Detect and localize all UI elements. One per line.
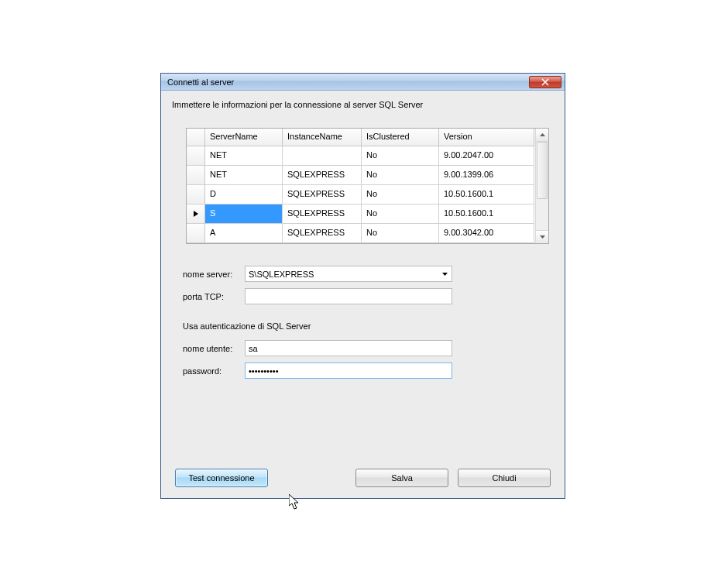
cell-version[interactable]: 10.50.1600.1 xyxy=(439,185,534,204)
scroll-track[interactable] xyxy=(536,142,548,230)
table-row[interactable]: NETSQLEXPRESSNo9.00.1399.06 xyxy=(187,166,535,185)
scroll-down-button[interactable] xyxy=(536,230,548,243)
chevron-down-icon xyxy=(540,235,545,239)
cell-isclustered[interactable]: No xyxy=(362,185,439,204)
tcp-port-input[interactable] xyxy=(245,288,452,304)
cell-version[interactable]: 9.00.3042.00 xyxy=(439,224,534,243)
col-header-instancename[interactable]: InstanceName xyxy=(283,129,362,146)
chevron-up-icon xyxy=(540,133,545,136)
connect-server-dialog: Connetti al server Immettere le informaz… xyxy=(160,73,565,499)
col-header-servername[interactable]: ServerName xyxy=(205,129,283,146)
row-selector[interactable] xyxy=(187,224,205,243)
combo-dropdown-button[interactable] xyxy=(438,266,452,281)
grid-header-row: ServerName InstanceName IsClustered Vers… xyxy=(187,129,535,146)
save-button[interactable]: Salva xyxy=(355,469,448,487)
chevron-down-icon xyxy=(442,273,448,276)
scroll-up-button[interactable] xyxy=(536,129,548,142)
close-icon xyxy=(541,78,549,86)
cell-servername[interactable]: D xyxy=(205,185,283,204)
current-row-indicator-icon xyxy=(194,211,198,217)
test-connection-button[interactable]: Test connessione xyxy=(175,469,268,487)
cell-servername[interactable]: S xyxy=(205,204,283,224)
cell-servername[interactable]: A xyxy=(205,224,283,243)
instruction-text: Immettere le informazioni per la conness… xyxy=(172,100,554,109)
table-row[interactable]: SSQLEXPRESSNo10.50.1600.1 xyxy=(187,204,535,224)
close-button[interactable] xyxy=(529,76,561,88)
cell-isclustered[interactable]: No xyxy=(362,204,439,224)
svg-marker-2 xyxy=(442,273,448,276)
dialog-body: Immettere le informazioni per la conness… xyxy=(161,91,565,498)
grid-vertical-scrollbar[interactable] xyxy=(535,129,548,243)
cell-isclustered[interactable]: No xyxy=(362,166,439,185)
titlebar[interactable]: Connetti al server xyxy=(161,74,565,91)
tcp-port-label: porta TCP: xyxy=(183,292,245,301)
server-name-combo[interactable]: S\SQLEXPRESS xyxy=(245,266,452,282)
col-header-isclustered[interactable]: IsClustered xyxy=(362,129,439,146)
row-selector[interactable] xyxy=(187,146,205,166)
table-row[interactable]: NETNo9.00.2047.00 xyxy=(187,146,535,166)
table-row[interactable]: DSQLEXPRESSNo10.50.1600.1 xyxy=(187,185,535,204)
scroll-thumb[interactable] xyxy=(537,142,548,199)
col-header-version[interactable]: Version xyxy=(439,129,534,146)
cell-instancename[interactable]: SQLEXPRESS xyxy=(283,166,362,185)
username-input[interactable] xyxy=(245,340,452,356)
cell-version[interactable]: 10.50.1600.1 xyxy=(439,204,534,224)
cell-version[interactable]: 9.00.2047.00 xyxy=(439,146,534,166)
cell-instancename[interactable]: SQLEXPRESS xyxy=(283,224,362,243)
password-label: password: xyxy=(183,366,245,376)
row-selector[interactable] xyxy=(187,166,205,185)
buttons-row: Test connessione Salva Chiudi xyxy=(172,469,554,487)
svg-marker-1 xyxy=(540,235,545,239)
cell-instancename[interactable]: SQLEXPRESS xyxy=(283,204,362,224)
row-selector[interactable] xyxy=(187,204,205,224)
table-row[interactable]: ASQLEXPRESSNo9.00.3042.00 xyxy=(187,224,535,243)
row-selector[interactable] xyxy=(187,185,205,204)
cell-instancename[interactable]: SQLEXPRESS xyxy=(283,185,362,204)
server-name-value: S\SQLEXPRESS xyxy=(246,268,438,280)
close-dialog-button[interactable]: Chiudi xyxy=(458,469,551,487)
server-name-label: nome server: xyxy=(183,270,245,279)
cell-servername[interactable]: NET xyxy=(205,166,283,185)
svg-marker-0 xyxy=(540,133,545,136)
cell-servername[interactable]: NET xyxy=(205,146,283,166)
username-label: nome utente: xyxy=(183,344,245,353)
cell-version[interactable]: 9.00.1399.06 xyxy=(439,166,534,185)
grid-header-selector[interactable] xyxy=(187,129,205,146)
servers-grid[interactable]: ServerName InstanceName IsClustered Vers… xyxy=(186,128,549,244)
window-title: Connetti al server xyxy=(167,77,234,87)
cell-isclustered[interactable]: No xyxy=(362,224,439,243)
cell-instancename[interactable] xyxy=(283,146,362,166)
password-input[interactable] xyxy=(245,363,452,379)
cell-isclustered[interactable]: No xyxy=(362,146,439,166)
auth-section-label: Usa autenticazione di SQL Server xyxy=(183,321,554,331)
